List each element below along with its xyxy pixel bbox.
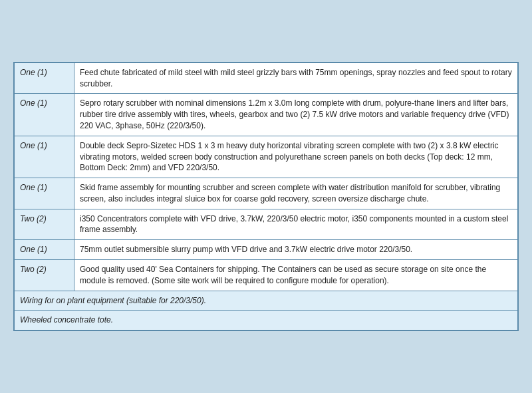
quantity-cell-0: One (1) <box>15 63 74 94</box>
equipment-table: One (1)Feed chute fabricated of mild ste… <box>13 62 519 332</box>
quantity-cell-2: One (1) <box>15 136 74 178</box>
description-cell-0: Feed chute fabricated of mild steel with… <box>74 63 518 94</box>
quantity-cell-1: One (1) <box>15 94 74 136</box>
description-cell-5: 75mm outlet submersible slurry pump with… <box>74 240 518 260</box>
description-cell-1: Sepro rotary scrubber with nominal dimen… <box>74 94 518 136</box>
quantity-cell-5: One (1) <box>15 240 74 260</box>
quantity-cell-6: Two (2) <box>15 260 74 291</box>
description-cell-4: i350 Concentrators complete with VFD dri… <box>74 209 518 240</box>
full-row-0: Wiring for on plant equipment (suitable … <box>15 291 518 311</box>
description-cell-6: Good quality used 40' Sea Containers for… <box>74 260 518 291</box>
description-cell-2: Double deck Sepro-Sizetec HDS 1 x 3 m he… <box>74 136 518 178</box>
quantity-cell-4: Two (2) <box>15 209 74 240</box>
description-cell-3: Skid frame assembly for mounting scrubbe… <box>74 178 518 209</box>
full-row-1: Wheeled concentrate tote. <box>15 311 518 330</box>
quantity-cell-3: One (1) <box>15 178 74 209</box>
